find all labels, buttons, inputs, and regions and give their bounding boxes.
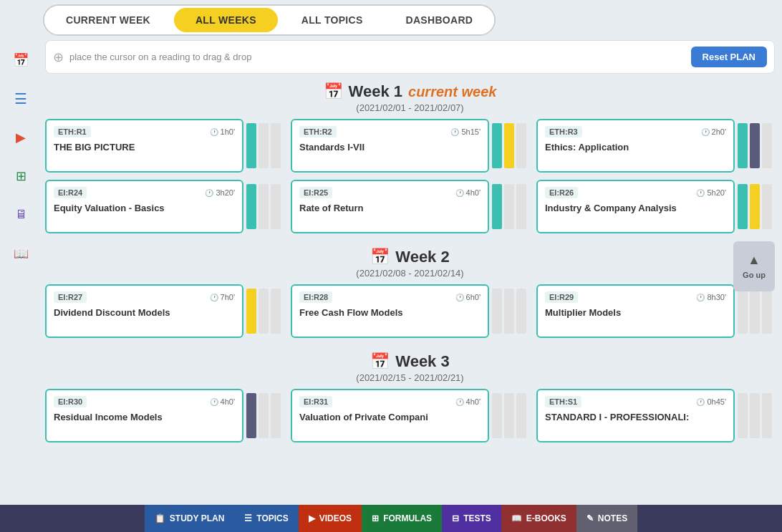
bar-empty-1 [259,123,269,168]
week-3-title: 📅 Week 3 [45,352,775,371]
week-3-cal-icon: 📅 [370,352,390,371]
card-ei-r24-bars [243,180,284,233]
card-ei-r27-bars [243,284,284,338]
ebooks-icon: 📖 [511,513,522,523]
bottom-topics[interactable]: ☰ TOPICS [234,505,298,532]
card-ei-r27-header: EI:R27 🕐 7h0' [54,291,235,303]
bottom-ebooks[interactable]: 📖 E-BOOKS [501,505,576,532]
bar-empty-1 [259,289,269,334]
bar-green [492,123,502,168]
card-eth-r3-bars [735,119,775,173]
bar-empty-2 [750,393,760,438]
card-ei-r25: EI:R25 🕐 4h0' Rate of Return [291,180,529,233]
sidebar-icon-calendar[interactable]: 📅 [8,47,34,73]
card-eth-s1-header: ETH:S1 🕐 0h45' [545,396,726,407]
bar-green [738,184,748,229]
card-ei-r31-time: 🕐 4h0' [455,397,481,406]
card-ei-r28-bars [489,284,529,338]
card-ei-r30-time: 🕐 4h0' [210,397,235,406]
card-ei-r30-id: EI:R30 [54,396,87,407]
videos-label: VIDEOS [319,513,352,523]
card-ei-r26-time: 🕐 5h20' [696,188,726,197]
card-ei-r27: EI:R27 🕐 7h0' Dividend Discount Models [45,284,284,338]
card-ei-r31-id: EI:R31 [299,396,332,407]
card-ei-r29-title: Multiplier Models [545,307,726,318]
tab-dashboard[interactable]: DASHBOARD [385,6,495,34]
week-1-title: 📅 Week 1 current week [45,82,775,101]
week-3-dates: (2021/02/15 - 2021/02/21) [45,372,775,383]
sidebar-icon-list[interactable]: ☰ [8,86,34,112]
card-ei-r28-header: EI:R28 🕐 6h0' [299,291,481,303]
card-ei-r31-title: Valuation of Private Compani [299,412,481,422]
card-ei-r31-header: EI:R31 🕐 4h0' [299,396,481,407]
sidebar-icon-play[interactable]: ▶ [8,125,34,150]
hint-text: place the cursor on a reading to drag & … [69,52,251,62]
week-3-header: 📅 Week 3 (2021/02/15 - 2021/02/21) [45,352,775,383]
week-2-dates: (2021/02/08 - 2021/02/14) [45,268,775,279]
card-eth-s1-bars [735,389,775,442]
bar-green [492,184,502,229]
bottom-notes[interactable]: ✎ NOTES [576,505,637,532]
bar-green [246,184,256,229]
card-ei-r30-title: Residual Income Models [54,412,235,422]
card-ei-r24-header: EI:R24 🕐 3h20' [54,187,235,198]
info-bar: ⊕ place the cursor on a reading to drag … [45,40,775,74]
week-2-header: 📅 Week 2 (2021/02/08 - 2021/02/14) [45,248,775,279]
week-2-cal-icon: 📅 [370,248,390,266]
tab-all-topics[interactable]: ALL TOPICS [280,6,385,34]
card-ei-r24-id: EI:R24 [54,187,87,198]
bar-empty-1 [504,184,514,229]
sidebar-icon-monitor[interactable]: 🖥 [8,202,34,228]
bottom-tests[interactable]: ⊟ TESTS [442,505,501,532]
week-1-section: 📅 Week 1 current week (2021/02/01 - 2021… [45,82,775,233]
bottom-videos[interactable]: ▶ VIDEOS [299,505,362,532]
card-eth-r2-time: 🕐 5h15' [450,127,481,136]
go-up-arrow-icon: ▲ [748,253,761,268]
card-ei-r30-bars [243,389,284,442]
bar-empty-2 [271,289,281,334]
bottom-formulas[interactable]: ⊞ FORMULAS [362,505,442,532]
card-ei-r29-bars [735,284,775,338]
formulas-label: FORMULAS [383,513,432,523]
nav-tab-group: CURRENT WEEK ALL WEEKS ALL TOPICS DASHBO… [43,4,496,36]
card-eth-r3: ETH:R3 🕐 2h0' Ethics: Application [536,119,775,173]
sidebar-icon-book[interactable]: 📖 [8,241,34,266]
card-ei-r26: EI:R26 🕐 5h20' Industry & Company Analys… [536,180,775,233]
bar-empty-2 [504,289,514,334]
reset-plan-button[interactable]: Reset PLAN [691,47,767,67]
bar-empty-3 [516,289,526,334]
info-hint: ⊕ place the cursor on a reading to drag … [53,49,251,65]
bottom-study-plan[interactable]: 📋 STUDY PLAN [145,505,234,532]
formulas-icon: ⊞ [372,513,379,523]
card-ei-r30: EI:R30 🕐 4h0' Residual Income Models [45,389,284,442]
card-ei-r28-id: EI:R28 [299,291,332,303]
card-ei-r31-bars [489,389,529,442]
card-ei-r25-time: 🕐 4h0' [455,188,481,197]
card-eth-s1-id: ETH:S1 [545,396,581,407]
sidebar-icon-grid[interactable]: ⊞ [8,163,34,189]
bar-yellow [246,289,256,334]
card-ei-r30-header: EI:R30 🕐 4h0' [54,396,235,407]
topics-label: TOPICS [256,513,288,523]
bar-empty-1 [738,393,748,438]
week-2-cards: EI:R27 🕐 7h0' Dividend Discount Models [45,284,775,338]
week-1-dates: (2021/02/01 - 2021/02/07) [45,102,775,113]
tab-current-week[interactable]: CURRENT WEEK [44,6,172,34]
bar-dark [750,123,760,168]
bar-empty-2 [750,289,760,334]
bar-empty-2 [271,184,281,229]
tab-all-weeks[interactable]: ALL WEEKS [174,8,278,32]
bar-empty [762,184,772,229]
study-plan-icon: 📋 [155,513,165,523]
card-ei-r25-title: Rate of Return [299,203,481,213]
go-up-button[interactable]: ▲ Go up [733,241,775,291]
card-eth-r2-title: Standards I-VII [299,142,481,153]
card-eth-r1-bars [243,119,284,173]
bar-yellow [504,123,514,168]
sidebar: 📅 ☰ ▶ ⊞ 🖥 📖 [0,40,42,505]
content-area: ⊕ place the cursor on a reading to drag … [42,40,782,505]
bar-empty [762,123,772,168]
week-1-cal-icon: 📅 [324,82,343,101]
card-ei-r24-time: 🕐 3h20' [205,188,235,197]
card-eth-r2-id: ETH:R2 [299,126,337,137]
